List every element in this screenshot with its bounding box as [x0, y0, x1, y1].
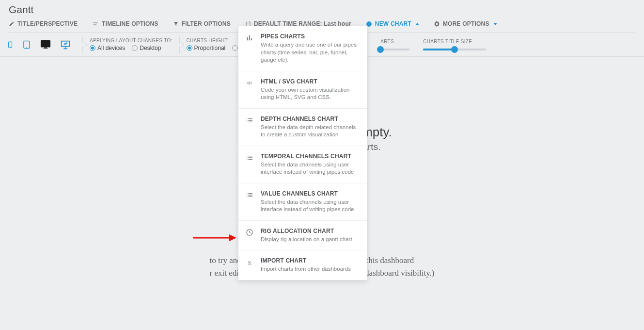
new-chart-toolbar-button[interactable]: NEW CHART	[366, 20, 419, 27]
dropdown-item-pipes[interactable]: PIPES CHARTSWrite a query and use one of…	[238, 26, 367, 71]
radio-all-devices[interactable]: All devices	[90, 45, 125, 51]
charts-title-size-slider[interactable]	[423, 49, 486, 50]
svg-rect-5	[41, 40, 50, 47]
phone-icon[interactable]	[7, 39, 14, 50]
dropdown-item-html[interactable]: HTML / SVG CHARTCode your own custom vis…	[238, 71, 367, 109]
dropdown-item-import[interactable]: IMPORT CHARTImport charts from other das…	[238, 250, 367, 280]
space-between-slider[interactable]	[380, 49, 409, 50]
page-title: Gantt	[9, 4, 635, 16]
svg-rect-7	[43, 48, 47, 49]
title-perspective-button[interactable]: TITLE/PERSPECTIVE	[9, 20, 78, 27]
filter-options-button[interactable]: FILTER OPTIONS	[173, 20, 231, 27]
new-chart-dropdown: PIPES CHARTSWrite a query and use one of…	[238, 26, 367, 280]
list-check-icon	[246, 116, 253, 124]
gear-icon	[434, 21, 440, 27]
dropdown-item-temporal[interactable]: TEMPORAL CHANNELS CHARTSelect the data c…	[238, 146, 367, 183]
list-check-icon	[246, 191, 253, 199]
tablet-icon[interactable]	[22, 39, 31, 50]
charts-title-size-label: CHARTS TITLE SIZE	[423, 39, 486, 44]
svg-point-1	[10, 46, 10, 47]
caret-down-icon	[493, 23, 497, 25]
filter-icon	[173, 21, 179, 27]
sliders-icon	[92, 21, 99, 27]
list-check-icon	[246, 154, 253, 162]
monitor-icon[interactable]	[40, 39, 51, 50]
applying-layout-label: APPLYING LAYOUT CHANGES TO:	[90, 38, 173, 43]
svg-point-3	[26, 47, 27, 48]
svg-marker-11	[229, 234, 236, 241]
timeline-options-button[interactable]: TIMELINE OPTIONS	[92, 20, 158, 27]
space-between-label: ARTS	[380, 39, 409, 44]
radio-proportional[interactable]: Proportional	[187, 45, 226, 51]
download-icon	[246, 258, 253, 266]
svg-rect-6	[44, 47, 47, 48]
annotation-arrow	[193, 233, 236, 243]
radio-desktop[interactable]: Desktop	[132, 45, 161, 51]
code-icon	[245, 79, 254, 87]
pencil-icon	[9, 21, 15, 27]
clock-icon	[246, 229, 253, 236]
dropdown-item-value[interactable]: VALUE CHANNELS CHARTSelect the data chan…	[238, 183, 367, 221]
bar-chart-icon	[246, 34, 253, 42]
presentation-icon[interactable]	[60, 39, 71, 50]
more-options-button[interactable]: MORE OPTIONS	[434, 20, 497, 27]
dropdown-item-rig[interactable]: RIG ALLOCATION CHARTDisplay rig allocati…	[238, 221, 367, 251]
caret-up-icon	[415, 23, 419, 25]
dropdown-item-depth[interactable]: DEPTH CHANNELS CHARTSelect the data dept…	[238, 109, 367, 146]
